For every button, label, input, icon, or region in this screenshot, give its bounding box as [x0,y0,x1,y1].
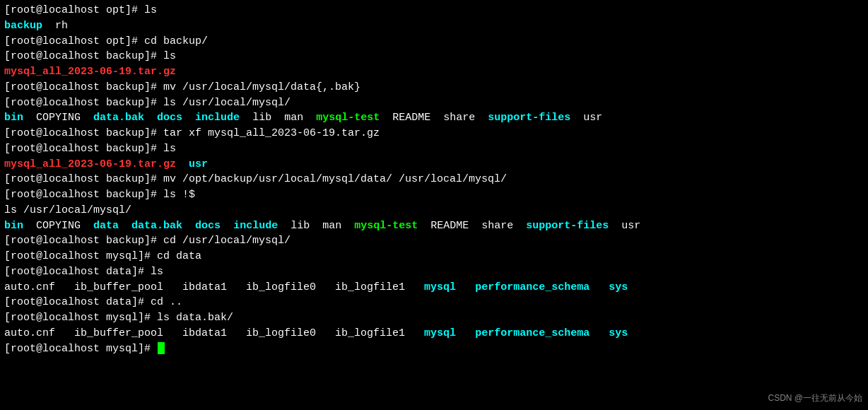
terminal-text-segment: [root@localhost backup]# mv /opt/backup/… [4,173,507,185]
terminal-text-segment: performance_schema [475,281,590,293]
terminal-text-segment [456,281,475,293]
terminal-line: mysql_all_2023-06-19.tar.gz [4,64,864,80]
terminal-text-segment: sys [609,281,628,293]
terminal-text-segment [182,220,195,232]
terminal-text-segment: data.bak [93,112,144,124]
terminal-line: mysql_all_2023-06-19.tar.gz usr [4,157,864,172]
terminal-text-segment: [root@localhost backup]# ls [4,50,176,62]
terminal-text-segment: [root@localhost opt]# cd backup/ [4,35,208,47]
terminal-text-segment: usr [570,112,602,124]
terminal-text-segment [590,281,609,293]
terminal-text-segment: mysql [424,327,456,339]
terminal-text-segment [176,158,189,170]
terminal-text-segment: COPYING [23,112,93,124]
terminal-text-segment: support-files [526,220,609,232]
terminal-text-segment: mysql [424,281,456,293]
terminal-text-segment: auto.cnf ib_buffer_pool ibdata1 ib_logfi… [4,281,424,293]
terminal-text-segment: [root@localhost opt]# ls [4,4,157,16]
terminal-line: [root@localhost data]# cd .. [4,295,864,310]
terminal-line: [root@localhost backup]# mv /opt/backup/… [4,172,864,187]
terminal-text-segment: COPYING [23,220,93,232]
terminal-text-segment: [root@localhost mysql]# [4,343,157,355]
terminal-text-segment: [root@localhost backup]# tar xf mysql_al… [4,127,380,139]
terminal-text-segment: README share [380,112,488,124]
terminal-line: [root@localhost opt]# ls [4,3,864,18]
terminal-text-segment: usr [609,220,640,232]
terminal-text-segment: backup [4,20,42,32]
terminal-text-segment: support-files [488,112,570,124]
terminal-text-segment: include [195,112,240,124]
terminal-line: auto.cnf ib_buffer_pool ibdata1 ib_logfi… [4,280,864,295]
terminal-content: [root@localhost opt]# lsbackup rh[root@l… [4,3,864,356]
terminal-line: bin COPYING data.bak docs include lib ma… [4,110,864,126]
terminal-text-segment [119,220,131,232]
terminal-text-segment: [root@localhost data]# ls [4,266,163,278]
terminal-text-segment: data.bak [131,220,182,232]
terminal-text-segment [590,327,609,339]
terminal-text-segment: mysql-test [354,220,418,232]
terminal-line: [root@localhost opt]# cd backup/ [4,34,864,49]
terminal-line: [root@localhost mysql]# cd data [4,249,864,264]
terminal-text-segment: [root@localhost backup]# ls !$ [4,189,195,201]
terminal-text-segment [221,220,233,232]
terminal-text-segment: include [233,220,278,232]
terminal-text-segment: lib man [240,112,316,124]
terminal-text-segment: rh [42,20,68,32]
terminal-text-segment: [root@localhost backup]# cd /usr/local/m… [4,235,291,247]
terminal-text-segment: [root@localhost data]# cd .. [4,296,182,308]
terminal-text-segment: bin [4,220,23,232]
terminal: [root@localhost opt]# lsbackup rh[root@l… [0,0,868,410]
terminal-line: [root@localhost backup]# tar xf mysql_al… [4,126,864,141]
terminal-text-segment: README share [418,220,526,232]
terminal-text-segment: docs [157,112,182,124]
terminal-line: [root@localhost data]# ls [4,264,864,280]
terminal-text-segment: [root@localhost backup]# mv /usr/local/m… [4,81,360,93]
terminal-text-segment: mysql-test [316,112,380,124]
terminal-text-segment [144,112,157,124]
terminal-text-segment: [root@localhost backup]# ls /usr/local/m… [4,97,291,109]
terminal-text-segment: performance_schema [475,327,590,339]
terminal-text-segment: auto.cnf ib_buffer_pool ibdata1 ib_logfi… [4,327,424,339]
terminal-text-segment: data [93,220,119,232]
terminal-text-segment: [root@localhost backup]# ls [4,143,176,155]
terminal-line: [root@localhost backup]# ls /usr/local/m… [4,95,864,111]
terminal-line: [root@localhost mysql]# ls data.bak/ [4,310,864,326]
terminal-line: ls /usr/local/mysql/ [4,203,864,218]
terminal-text-segment: [root@localhost mysql]# cd data [4,250,201,262]
terminal-text-segment [278,220,291,232]
terminal-line: [root@localhost backup]# ls [4,49,864,64]
terminal-line: bin COPYING data data.bak docs include l… [4,218,864,234]
terminal-line: [root@localhost backup]# cd /usr/local/m… [4,233,864,249]
terminal-line: [root@localhost mysql]# [4,341,864,357]
terminal-line: [root@localhost backup]# mv /usr/local/m… [4,80,864,95]
terminal-line: backup rh [4,18,864,34]
terminal-text-segment: mysql_all_2023-06-19.tar.gz [4,66,176,78]
terminal-line: [root@localhost backup]# ls !$ [4,187,864,203]
watermark: CSDN @一往无前从今始 [768,392,862,404]
terminal-text-segment [456,327,475,339]
terminal-text-segment: usr [189,158,208,170]
terminal-cursor [158,342,165,354]
terminal-line: auto.cnf ib_buffer_pool ibdata1 ib_logfi… [4,326,864,341]
terminal-text-segment: ls /usr/local/mysql/ [4,204,131,216]
terminal-text-segment: mysql_all_2023-06-19.tar.gz [4,158,176,170]
terminal-text-segment: lib man [291,220,354,232]
terminal-line: [root@localhost backup]# ls [4,141,864,157]
terminal-text-segment [182,112,195,124]
terminal-text-segment: [root@localhost mysql]# ls data.bak/ [4,312,233,324]
terminal-text-segment: sys [609,327,628,339]
terminal-text-segment: bin [4,112,23,124]
terminal-text-segment: docs [195,220,221,232]
